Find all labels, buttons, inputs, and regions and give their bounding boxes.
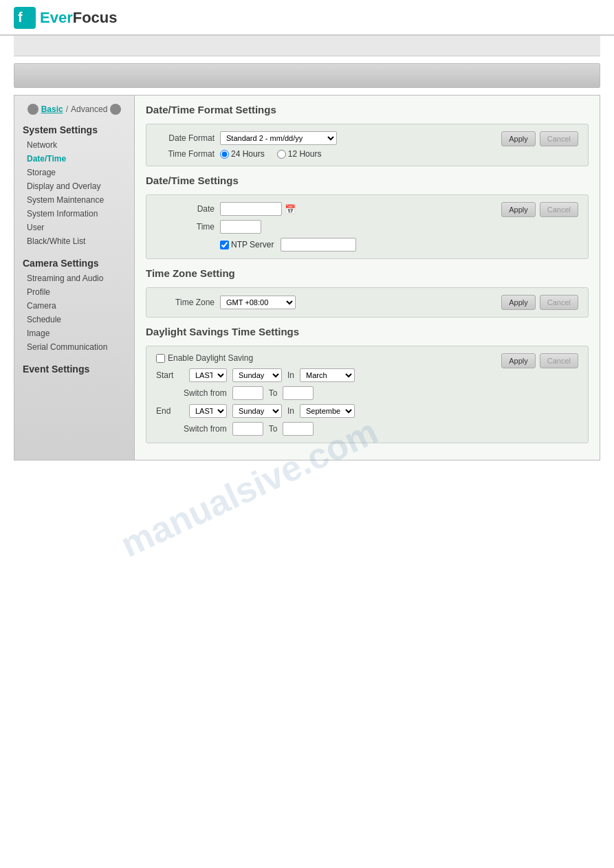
start-from-input[interactable]: 02:00 <box>232 386 263 400</box>
end-from-input[interactable]: 03:00 <box>232 422 263 436</box>
start-switch-row: Switch from 02:00 To 03:00 <box>184 386 355 400</box>
timezone-btns: Apply Cancel <box>501 295 578 310</box>
start-to-input[interactable]: 03:00 <box>283 386 314 400</box>
start-week-select[interactable]: LAST FIRST SECOND THIRD FOURTH <box>189 368 227 382</box>
main-content: Basic / Advanced System Settings Network… <box>14 95 600 460</box>
camera-settings-title: Camera Settings <box>14 254 134 271</box>
svg-text:f: f <box>18 10 23 25</box>
start-day-select[interactable]: Sunday Monday Tuesday Wednesday Thursday… <box>232 368 282 382</box>
datetime-settings-apply-btn[interactable]: Apply <box>501 202 536 217</box>
end-switch-from-label: Switch from <box>184 424 227 434</box>
radio-24h-label[interactable]: 24 Hours <box>220 149 265 159</box>
time-row: Time 16:39 <box>156 220 356 234</box>
sidebar-item-streaming[interactable]: Streaming and Audio <box>14 271 134 285</box>
start-to-label: To <box>269 388 278 398</box>
end-label: End <box>156 406 184 416</box>
radio-24h[interactable] <box>220 150 229 159</box>
timezone-select[interactable]: GMT +08:00 <box>220 296 296 309</box>
date-input-group: 12/08/2014 📅 <box>220 202 296 216</box>
sidebar-item-user[interactable]: User <box>14 221 134 234</box>
datetime-format-btns: Apply Cancel <box>501 131 578 146</box>
nav-separator: / <box>66 104 68 114</box>
time-input[interactable]: 16:39 <box>220 220 261 234</box>
sidebar-item-camera[interactable]: Camera <box>14 299 134 313</box>
enable-daylight-row: Enable Daylight Saving <box>156 353 355 363</box>
sidebar-item-datetime[interactable]: Date/Time <box>14 152 134 166</box>
enable-daylight-checkbox[interactable] <box>156 354 165 363</box>
date-row: Date 12/08/2014 📅 <box>156 202 356 216</box>
ntp-row: NTP Server ntp0.nl.net <box>156 238 356 252</box>
radio-12h-label[interactable]: 12 Hours <box>277 149 322 159</box>
datetime-format-cancel-btn[interactable]: Cancel <box>540 131 578 146</box>
date-format-select[interactable]: Standard 1 - yy/mm/dd Standard 2 - mm/dd… <box>220 131 337 145</box>
sidebar-item-network[interactable]: Network <box>14 138 134 152</box>
logo-text: EverFocus <box>40 9 118 27</box>
svg-rect-0 <box>14 7 36 29</box>
ntp-server-input[interactable]: ntp0.nl.net <box>281 238 356 252</box>
sidebar-item-bwlist[interactable]: Black/White List <box>14 234 134 248</box>
datetime-settings-cancel-btn[interactable]: Cancel <box>540 202 578 217</box>
sidebar-item-display[interactable]: Display and Overlay <box>14 179 134 193</box>
daylight-cancel-btn[interactable]: Cancel <box>540 353 578 368</box>
ntp-checkbox-label[interactable]: NTP Server <box>220 240 274 249</box>
daylight-btns: Apply Cancel <box>501 353 578 368</box>
timezone-title: Time Zone Setting <box>146 267 589 282</box>
event-settings-title: Event Settings <box>14 359 134 377</box>
sidebar-item-profile[interactable]: Profile <box>14 285 134 299</box>
date-input[interactable]: 12/08/2014 <box>220 202 282 216</box>
time-label: Time <box>156 222 215 232</box>
end-day-select[interactable]: Sunday Monday Tuesday Wednesday Thursday… <box>232 404 282 418</box>
logo: f EverFocus <box>14 7 118 29</box>
datetime-settings-btns: Apply Cancel <box>501 202 578 217</box>
gear-icon-right <box>110 104 121 115</box>
end-week-select[interactable]: LAST FIRST SECOND THIRD FOURTH <box>189 404 227 418</box>
start-switch-from-label: Switch from <box>184 388 227 398</box>
datetime-settings-fields: Date 12/08/2014 📅 Time 16:39 <box>156 202 356 252</box>
datetime-settings-box: Date 12/08/2014 📅 Time 16:39 <box>146 194 589 259</box>
start-month-select[interactable]: January February March April May June Ju… <box>300 368 355 382</box>
start-row: Start LAST FIRST SECOND THIRD FOURTH Sun… <box>156 368 355 382</box>
timezone-apply-btn[interactable]: Apply <box>501 295 536 310</box>
end-month-select[interactable]: January February March April May June Ju… <box>300 404 355 418</box>
end-row: End LAST FIRST SECOND THIRD FOURTH Sunda… <box>156 404 355 418</box>
time-format-row: Time Format 24 Hours 12 Hours <box>156 149 337 159</box>
nav-advanced-link[interactable]: Advanced <box>71 104 107 114</box>
date-format-label: Date Format <box>156 133 215 143</box>
gear-icon-left <box>28 104 39 115</box>
daylight-apply-btn[interactable]: Apply <box>501 353 536 368</box>
everfocus-logo-icon: f <box>14 7 36 29</box>
date-label: Date <box>156 204 215 214</box>
gray-header-bar <box>14 63 600 88</box>
timezone-box: Time Zone GMT +08:00 Apply Cancel <box>146 287 589 318</box>
end-in-label: In <box>287 406 294 416</box>
datetime-format-box: Date Format Standard 1 - yy/mm/dd Standa… <box>146 124 589 166</box>
calendar-icon[interactable]: 📅 <box>285 203 296 214</box>
datetime-format-fields: Date Format Standard 1 - yy/mm/dd Standa… <box>156 131 337 159</box>
sidebar-item-maintenance[interactable]: System Maintenance <box>14 193 134 207</box>
sidebar-item-storage[interactable]: Storage <box>14 166 134 179</box>
end-to-label: To <box>269 424 278 434</box>
enable-daylight-label[interactable]: Enable Daylight Saving <box>156 353 253 363</box>
datetime-format-apply-btn[interactable]: Apply <box>501 131 536 146</box>
timezone-label: Time Zone <box>156 298 215 307</box>
sidebar-item-serial[interactable]: Serial Communication <box>14 340 134 354</box>
system-settings-title: System Settings <box>14 120 134 138</box>
date-format-row: Date Format Standard 1 - yy/mm/dd Standa… <box>156 131 337 145</box>
daylight-box: Enable Daylight Saving Start LAST FIRST … <box>146 346 589 443</box>
ntp-checkbox[interactable] <box>220 241 229 249</box>
nav-basic-link[interactable]: Basic <box>41 104 63 114</box>
end-switch-row: Switch from 03:00 To 02:00 <box>184 422 355 436</box>
start-label: Start <box>156 370 184 380</box>
timezone-cancel-btn[interactable]: Cancel <box>540 295 578 310</box>
header: f EverFocus <box>0 0 614 36</box>
end-to-input[interactable]: 02:00 <box>283 422 314 436</box>
start-in-label: In <box>287 370 294 380</box>
time-format-label: Time Format <box>156 149 215 159</box>
right-panel: Date/Time Format Settings Date Format St… <box>135 96 600 460</box>
radio-12h[interactable] <box>277 150 286 159</box>
top-nav-bar <box>14 36 600 56</box>
timezone-row: Time Zone GMT +08:00 <box>156 296 296 309</box>
sidebar-item-sysinfo[interactable]: System Information <box>14 207 134 221</box>
sidebar-item-image[interactable]: Image <box>14 326 134 340</box>
sidebar-item-schedule[interactable]: Schedule <box>14 313 134 326</box>
